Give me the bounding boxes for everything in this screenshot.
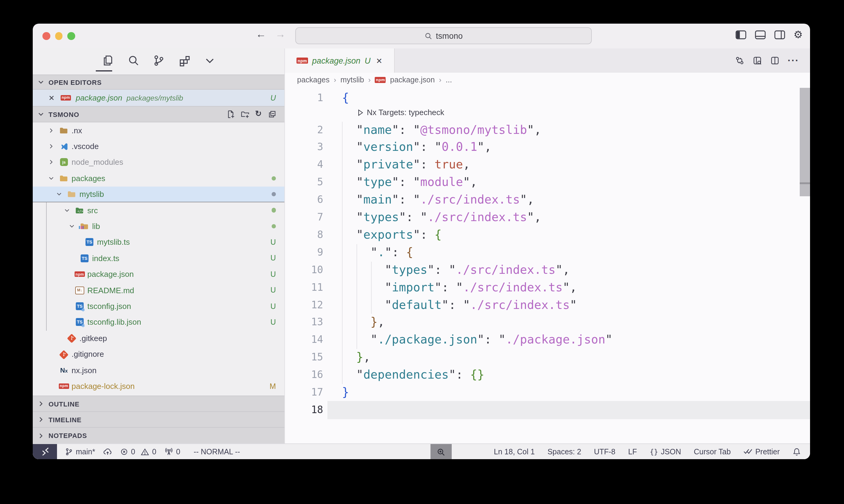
tree-item-node-modules[interactable]: jsnode_modules bbox=[33, 155, 285, 170]
toggle-sidebar-icon[interactable] bbox=[736, 30, 746, 39]
problems-status[interactable]: 0 0 bbox=[120, 447, 156, 456]
tree-item-lib[interactable]: lib bbox=[33, 218, 285, 234]
breadcrumb-item[interactable]: ... bbox=[446, 76, 452, 84]
source-control-graph-icon[interactable] bbox=[735, 56, 744, 66]
editor-actions: ··· bbox=[735, 49, 810, 73]
workspace-header[interactable]: TSMONO ↻ bbox=[33, 106, 285, 122]
screen-zoom-indicator[interactable] bbox=[430, 444, 452, 459]
close-window-button[interactable] bbox=[42, 32, 50, 40]
ts-icon: TS bbox=[85, 238, 94, 247]
chevron-down-icon bbox=[48, 175, 55, 182]
publish-status[interactable] bbox=[103, 447, 112, 456]
minimize-window-button[interactable] bbox=[55, 32, 63, 40]
close-icon[interactable]: ✕ bbox=[49, 94, 55, 102]
formatter-status[interactable]: Prettier bbox=[743, 447, 780, 456]
bell-icon[interactable] bbox=[792, 447, 801, 456]
line-number: 17 bbox=[285, 384, 323, 402]
tree-item--nx[interactable]: .nx bbox=[33, 122, 285, 139]
command-search-input[interactable]: tsmono bbox=[295, 27, 592, 44]
collapse-all-icon[interactable] bbox=[268, 110, 276, 119]
outline-label: OUTLINE bbox=[49, 400, 80, 408]
tree-item-label: node_modules bbox=[71, 158, 123, 167]
remote-icon bbox=[40, 447, 49, 456]
more-actions-icon[interactable]: ··· bbox=[788, 55, 799, 66]
tree-item-package-json[interactable]: npmpackage.jsonU bbox=[33, 266, 285, 282]
tree-item--vscode[interactable]: .vscode bbox=[33, 139, 285, 155]
tree-item-label: mytslib bbox=[80, 190, 104, 199]
code-line-5: "type": "module", bbox=[342, 174, 477, 192]
formatter-label: Prettier bbox=[755, 447, 780, 456]
open-editors-header[interactable]: OPEN EDITORS bbox=[33, 74, 285, 90]
timeline-header[interactable]: TIMELINE bbox=[33, 411, 285, 427]
eol[interactable]: LF bbox=[628, 447, 637, 456]
breadcrumb-item[interactable]: packages bbox=[297, 76, 329, 84]
cloud-upload-icon bbox=[103, 447, 112, 456]
tree-item--gitkeep[interactable]: .gitkeep bbox=[33, 330, 285, 346]
explorer-icon[interactable] bbox=[102, 55, 114, 67]
tree-item-mytslib[interactable]: mytslib bbox=[33, 186, 285, 202]
tree-item-package-lock-json[interactable]: npmpackage-lock.jsonM bbox=[33, 378, 285, 394]
branch-status[interactable]: main* bbox=[65, 447, 95, 456]
folder-status-dot bbox=[271, 176, 276, 181]
tree-item-mytslib-ts[interactable]: TSmytslib.tsU bbox=[33, 234, 285, 251]
forward-icon[interactable]: → bbox=[275, 29, 286, 41]
open-changes-icon[interactable] bbox=[753, 56, 762, 66]
tree-item-tsconfig-json[interactable]: TStsconfig.jsonU bbox=[33, 298, 285, 314]
outline-header[interactable]: OUTLINE bbox=[33, 396, 285, 411]
source-control-icon[interactable] bbox=[153, 55, 165, 67]
ports-status[interactable]: 0 bbox=[164, 447, 180, 456]
codelens[interactable]: Nx Targets: typecheck bbox=[357, 108, 444, 117]
breadcrumb-item[interactable]: mytslib bbox=[341, 76, 364, 84]
indentation[interactable]: Spaces: 2 bbox=[548, 447, 581, 456]
extensions-icon[interactable] bbox=[178, 55, 190, 67]
tab-package-json[interactable]: npm package.json U ✕ bbox=[285, 49, 395, 73]
toggle-panel-icon[interactable] bbox=[755, 30, 766, 39]
notepads-header[interactable]: NOTEPADS bbox=[33, 427, 285, 444]
vim-mode[interactable]: -- NORMAL -- bbox=[194, 447, 240, 456]
chevron-down-icon bbox=[56, 191, 63, 197]
scrollbar-thumb[interactable] bbox=[800, 88, 810, 196]
cursor-position[interactable]: Ln 18, Col 1 bbox=[494, 447, 535, 456]
tree-item-label: index.ts bbox=[92, 254, 119, 263]
tree-item-nx-json[interactable]: Nxnx.json bbox=[33, 362, 285, 378]
chevron-down-icon[interactable] bbox=[203, 55, 216, 67]
tree-item-src[interactable]: </>src bbox=[33, 202, 285, 218]
tree-item-label: package-lock.json bbox=[71, 382, 135, 391]
search-view-icon[interactable] bbox=[127, 55, 139, 67]
tree-item-label: .gitkeep bbox=[80, 334, 107, 343]
open-editor-path: packages/mytslib bbox=[126, 94, 183, 102]
toggle-secondary-sidebar-icon[interactable] bbox=[774, 30, 785, 39]
tree-item-index-ts[interactable]: TSindex.tsU bbox=[33, 250, 285, 266]
tab-label: package.json bbox=[312, 56, 360, 65]
encoding[interactable]: UTF-8 bbox=[594, 447, 616, 456]
breadcrumb-item[interactable]: package.json bbox=[390, 76, 435, 84]
remote-indicator[interactable] bbox=[33, 444, 57, 459]
open-editor-item[interactable]: ✕ npm package.json packages/mytslib U bbox=[33, 90, 285, 106]
tree-item-label: .nx bbox=[71, 126, 82, 135]
tree-item-packages[interactable]: packages bbox=[33, 170, 285, 186]
code-line-3: "version": "0.0.1", bbox=[342, 139, 492, 157]
search-value: tsmono bbox=[436, 31, 463, 40]
tree-item--gitignore[interactable]: .gitignore bbox=[33, 346, 285, 362]
cursor-tab[interactable]: Cursor Tab bbox=[694, 447, 731, 456]
refresh-icon[interactable]: ↻ bbox=[255, 110, 262, 119]
close-tab-icon[interactable]: ✕ bbox=[376, 56, 382, 65]
language-mode[interactable]: {} JSON bbox=[650, 447, 681, 456]
tree-item-tsconfig-lib-json[interactable]: TStsconfig.lib.jsonU bbox=[33, 314, 285, 330]
folder-status-dot bbox=[271, 208, 276, 213]
active-view-underline bbox=[96, 70, 112, 71]
vscode-icon bbox=[59, 142, 69, 151]
zoom-window-button[interactable] bbox=[67, 32, 75, 40]
chevron-down-icon bbox=[38, 79, 44, 85]
open-editors-label: OPEN EDITORS bbox=[49, 78, 102, 86]
code-area[interactable]: 1{2 "name": "@tsmono/mytslib",3 "version… bbox=[285, 87, 810, 444]
tree-item-label: packages bbox=[71, 174, 105, 183]
new-file-icon[interactable] bbox=[226, 110, 235, 119]
error-icon bbox=[120, 448, 128, 456]
back-icon[interactable]: ← bbox=[256, 29, 266, 41]
split-editor-icon[interactable] bbox=[770, 56, 780, 66]
code-line-2: "name": "@tsmono/mytslib", bbox=[342, 122, 541, 139]
gear-icon[interactable]: ⚙ bbox=[794, 30, 803, 40]
new-folder-icon[interactable] bbox=[240, 110, 249, 119]
tree-item-readme-md[interactable]: M↓README.mdU bbox=[33, 282, 285, 298]
